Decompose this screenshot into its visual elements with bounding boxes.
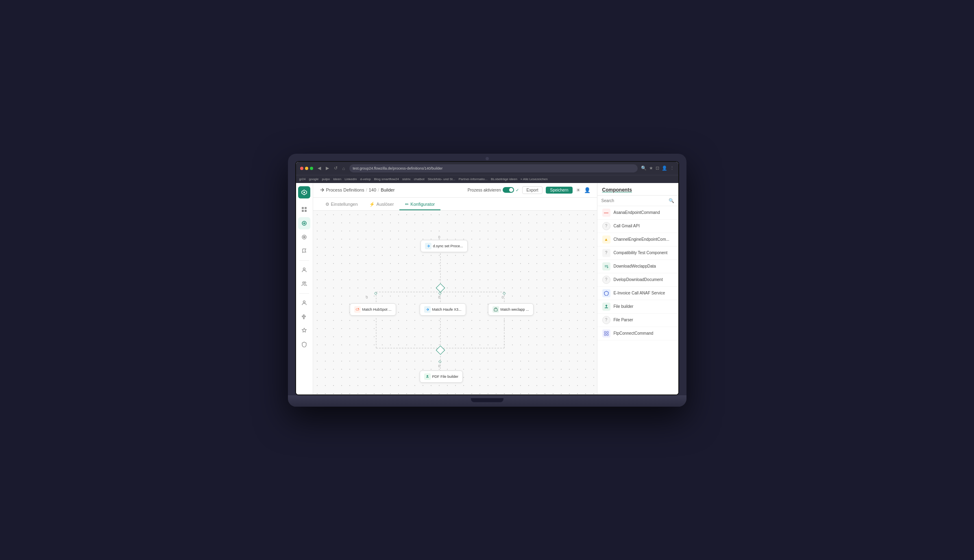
bookmark-icon[interactable]: ★ xyxy=(649,166,653,171)
browser-actions: 🔍 ★ ⊡ 👤 ⋮ xyxy=(641,166,674,171)
component-item-compat[interactable]: ? Compatibility Test Component xyxy=(597,246,678,260)
sidebar-item-dashboard[interactable] xyxy=(298,203,310,216)
window-controls xyxy=(300,167,313,170)
component-item-gmail[interactable]: ? Call Gmail API xyxy=(597,220,678,233)
bookmark-google[interactable]: google xyxy=(309,177,319,181)
back-button[interactable]: ◀ xyxy=(316,165,322,172)
sidebar-item-targets[interactable] xyxy=(298,231,310,243)
breadcrumb-process-definitions[interactable]: Process Definitions xyxy=(326,187,364,192)
component-item-filebuilder[interactable]: File builder xyxy=(597,300,678,314)
sidebar-item-plugins[interactable] xyxy=(298,311,310,323)
close-dot[interactable] xyxy=(300,167,303,170)
toggle-check-icon: ✓ xyxy=(516,188,519,192)
top-bar: Process Definitions / 140 / Builder Proz… xyxy=(313,183,597,198)
bookmark-alle[interactable]: » Alle Lesezeichen xyxy=(521,177,548,181)
zoom-icon[interactable]: 🔍 xyxy=(641,166,647,171)
bookmark-ideen[interactable]: Ideen xyxy=(333,177,341,181)
components-header: Components xyxy=(597,183,678,196)
svg-rect-30 xyxy=(607,334,608,336)
profile-icon[interactable]: 👤 xyxy=(662,166,667,171)
component-item-ftp[interactable]: FtpConnectCommand xyxy=(597,327,678,340)
bookmark-partner[interactable]: Partner-Informatio... xyxy=(459,177,488,181)
url-bar[interactable]: test.group24.flowzilla.de/process-defini… xyxy=(349,164,637,172)
bookmark-linkedin[interactable]: LinkedIn xyxy=(344,177,357,181)
process-activate-toggle[interactable] xyxy=(503,187,514,193)
sidebar-item-teams[interactable] xyxy=(298,278,310,290)
bookmark-blog[interactable]: Blog smartflow24 xyxy=(374,177,399,181)
component-item-dvelopdown[interactable]: ? DvelopDownloadDocument xyxy=(597,273,678,287)
sidebar-item-security[interactable] xyxy=(298,338,310,351)
component-search-bar[interactable]: 🔍 xyxy=(597,196,678,206)
maximize-dot[interactable] xyxy=(310,167,313,170)
browser-chrome: ◀ ▶ ↺ ⌂ test.group24.flowzilla.de/proces… xyxy=(296,162,678,175)
export-button[interactable]: Export xyxy=(522,186,543,194)
bookmark-sistrix[interactable]: sistrix xyxy=(402,177,410,181)
main-content: Process Definitions / 140 / Builder Proz… xyxy=(313,183,597,394)
bookmark-chatbot[interactable]: chatbot xyxy=(414,177,424,181)
menu-icon[interactable]: ⋮ xyxy=(670,166,674,171)
tabs-bar: ⚙ Einstellungen ⚡ Auslöser ✏ Konfigurato… xyxy=(313,198,597,211)
tab-einstellungen-label: Einstellungen xyxy=(331,202,358,207)
node-haufe[interactable]: Match Haufe X3... xyxy=(420,303,466,316)
home-button[interactable]: ⌂ xyxy=(341,165,346,172)
gateway-hubspot-icon: ◇ xyxy=(374,291,377,295)
minimize-dot[interactable] xyxy=(305,167,308,170)
component-item-asana[interactable]: — AsanaEndpointCommand xyxy=(597,206,678,220)
node-pdffile[interactable]: PDF File builder xyxy=(420,370,463,383)
node-hubspot[interactable]: Match HubSpot ... xyxy=(350,303,396,316)
breadcrumb-sep-2: / xyxy=(378,187,379,192)
component-item-weclappdown[interactable]: DownloadWeclappData xyxy=(597,260,678,273)
bookmark-gr24[interactable]: gr24 xyxy=(299,177,306,181)
component-ftp-label: FtpConnectCommand xyxy=(614,331,654,336)
tab-konfigurator[interactable]: ✏ Konfigurator xyxy=(399,202,440,210)
node-dsync[interactable]: d.sync set Proce... xyxy=(421,240,468,252)
sidebar-item-profile[interactable] xyxy=(298,297,310,309)
component-item-channel[interactable]: ▲ ChannelEngineEndpointCom... xyxy=(597,233,678,246)
weclappdown-icon xyxy=(602,262,610,270)
right-panel: Components 🔍 — AsanaEndpointCommand xyxy=(597,183,678,394)
breadcrumb-sep-1: / xyxy=(366,187,367,192)
canvas-area[interactable]: ◇ ◇ ◇ ◇ 0 0 0 0 0 xyxy=(313,211,597,394)
component-item-einvoice[interactable]: E-Invoice Call ANAF Service xyxy=(597,287,678,300)
node-dsync-label: d.sync set Proce... xyxy=(433,244,463,248)
gateway-weclapp-icon: ◇ xyxy=(503,291,506,295)
sidebar-item-users[interactable] xyxy=(298,264,310,276)
app-logo[interactable] xyxy=(298,186,310,198)
sidebar-item-achievements[interactable] xyxy=(298,325,310,337)
component-item-fileparser[interactable]: ? File Parser xyxy=(597,314,678,327)
sidebar-divider-2 xyxy=(299,293,309,294)
breadcrumb-140[interactable]: 140 xyxy=(369,187,376,192)
user-icon[interactable]: 👤 xyxy=(584,187,591,193)
sidebar xyxy=(296,183,313,394)
gateway-haufe-icon: ◇ xyxy=(438,291,442,295)
component-search-input[interactable] xyxy=(601,198,669,203)
counter-pdf: 0 xyxy=(438,364,440,368)
sidebar-item-processes[interactable] xyxy=(298,217,310,229)
component-compat-label: Compatibility Test Component xyxy=(614,251,668,255)
svg-point-12 xyxy=(303,301,305,303)
component-dvelopdown-label: DvelopDownloadDocument xyxy=(614,277,663,282)
counter-top: 0 xyxy=(438,235,440,239)
process-toggle: Prozess aktivieren ✓ xyxy=(468,187,519,193)
forward-button[interactable]: ▶ xyxy=(325,165,330,172)
sun-icon[interactable]: ☀ xyxy=(576,187,581,193)
save-button[interactable]: Speichern xyxy=(546,187,572,194)
node-weclapp[interactable]: Match weclapp ... xyxy=(488,303,534,316)
sidebar-item-flags[interactable] xyxy=(298,245,310,257)
reload-button[interactable]: ↺ xyxy=(333,165,339,172)
bookmark-pulpo[interactable]: pulpo xyxy=(322,177,330,181)
tab-ausloser[interactable]: ⚡ Auslöser xyxy=(364,202,400,210)
asana-icon: — xyxy=(602,209,610,217)
component-channel-label: ChannelEngineEndpointCom... xyxy=(614,237,669,242)
extensions-icon[interactable]: ⊡ xyxy=(656,166,659,171)
node-dsync-icon xyxy=(425,243,431,249)
process-toggle-label: Prozess aktivieren xyxy=(468,188,501,192)
tab-konfigurator-label: Konfigurator xyxy=(410,202,435,207)
svg-point-8 xyxy=(304,237,305,237)
bookmark-dvelop[interactable]: d-velop xyxy=(360,177,370,181)
dvelopdown-icon: ? xyxy=(602,276,610,284)
bookmark-stockfoto[interactable]: Stockfoto- und St... xyxy=(428,177,455,181)
tab-einstellungen[interactable]: ⚙ Einstellungen xyxy=(320,202,364,210)
search-icon: 🔍 xyxy=(669,198,674,203)
bookmark-blobbeitraege[interactable]: BLobeiträge ideen xyxy=(491,177,517,181)
